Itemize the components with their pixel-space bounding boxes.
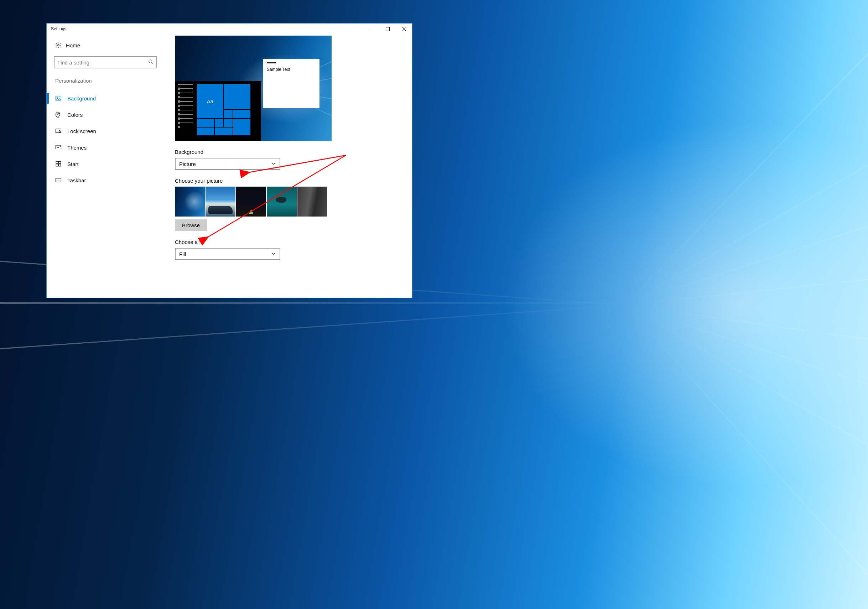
- themes-icon: [55, 144, 62, 151]
- sidebar-item-label: Colors: [67, 112, 83, 118]
- close-button[interactable]: [396, 23, 412, 34]
- picture-thumb-3[interactable]: [236, 187, 266, 217]
- fit-dropdown-value: Fill: [179, 251, 186, 257]
- choose-fit-label: Choose a fit: [175, 239, 405, 245]
- home-nav[interactable]: Home: [54, 39, 157, 52]
- preview-start-panel: Aa: [175, 81, 261, 141]
- preview-tile-aa: Aa: [197, 84, 223, 118]
- background-dropdown-value: Picture: [179, 161, 196, 167]
- fit-dropdown[interactable]: Fill: [175, 248, 280, 260]
- picture-thumb-2[interactable]: [206, 187, 236, 217]
- svg-point-10: [58, 113, 59, 114]
- svg-rect-7: [56, 96, 61, 101]
- maximize-button[interactable]: [379, 23, 396, 34]
- sidebar-item-label: Lock screen: [67, 128, 96, 134]
- window-title: Settings: [51, 26, 66, 31]
- svg-rect-15: [56, 161, 58, 163]
- start-icon: [55, 161, 62, 167]
- chevron-down-icon: [271, 251, 276, 257]
- settings-window: Settings Home: [46, 23, 412, 298]
- sidebar-item-label: Themes: [67, 144, 87, 151]
- minimize-button[interactable]: [363, 23, 379, 34]
- taskbar-icon: [55, 177, 62, 183]
- svg-rect-19: [56, 178, 61, 182]
- titlebar[interactable]: Settings: [46, 23, 412, 34]
- svg-rect-16: [59, 161, 61, 163]
- picture-icon: [55, 95, 62, 101]
- sidebar-item-start[interactable]: Start: [46, 156, 157, 172]
- sidebar-item-taskbar[interactable]: Taskbar: [46, 172, 157, 188]
- sidebar-item-themes[interactable]: Themes: [46, 139, 157, 156]
- chevron-down-icon: [271, 161, 276, 167]
- main-content: Aa Sample Text Background Picture: [164, 34, 412, 298]
- home-label: Home: [66, 42, 80, 48]
- sidebar-item-label: Start: [67, 161, 79, 167]
- browse-button[interactable]: Browse: [175, 219, 207, 231]
- lockscreen-icon: [55, 128, 62, 134]
- sidebar-item-colors[interactable]: Colors: [46, 107, 157, 123]
- picture-thumb-5[interactable]: [298, 187, 327, 217]
- svg-point-11: [59, 114, 60, 114]
- picture-thumb-4[interactable]: [267, 187, 297, 217]
- browse-button-label: Browse: [182, 222, 200, 228]
- background-dropdown[interactable]: Picture: [175, 158, 280, 170]
- svg-point-4: [58, 45, 59, 46]
- gear-icon: [55, 42, 62, 48]
- sidebar-item-background[interactable]: Background: [46, 90, 157, 107]
- search-input[interactable]: [57, 59, 148, 65]
- svg-rect-1: [386, 27, 389, 31]
- background-preview: Aa Sample Text: [175, 36, 332, 141]
- svg-line-6: [151, 62, 153, 64]
- search-box[interactable]: [54, 56, 157, 68]
- sidebar-category: Personalization: [54, 77, 157, 84]
- window-controls: [363, 23, 412, 34]
- svg-rect-17: [56, 164, 58, 166]
- sidebar: Home Personalization: [46, 34, 164, 298]
- sidebar-item-label: Background: [67, 95, 96, 101]
- picture-thumbnails: [175, 187, 405, 217]
- palette-icon: [55, 112, 62, 118]
- sidebar-item-lockscreen[interactable]: Lock screen: [46, 123, 157, 139]
- preview-sample-window: Sample Text: [263, 59, 319, 108]
- sidebar-items: Background Colors: [46, 90, 157, 188]
- svg-rect-18: [59, 164, 61, 166]
- svg-rect-13: [59, 131, 60, 132]
- picture-thumb-1[interactable]: [175, 187, 205, 217]
- preview-sample-text: Sample Text: [267, 67, 290, 72]
- sidebar-item-label: Taskbar: [67, 177, 86, 183]
- background-label: Background: [175, 149, 405, 155]
- svg-point-9: [57, 114, 57, 115]
- svg-point-5: [149, 60, 152, 63]
- search-icon: [148, 59, 153, 65]
- choose-picture-label: Choose your picture: [175, 178, 405, 184]
